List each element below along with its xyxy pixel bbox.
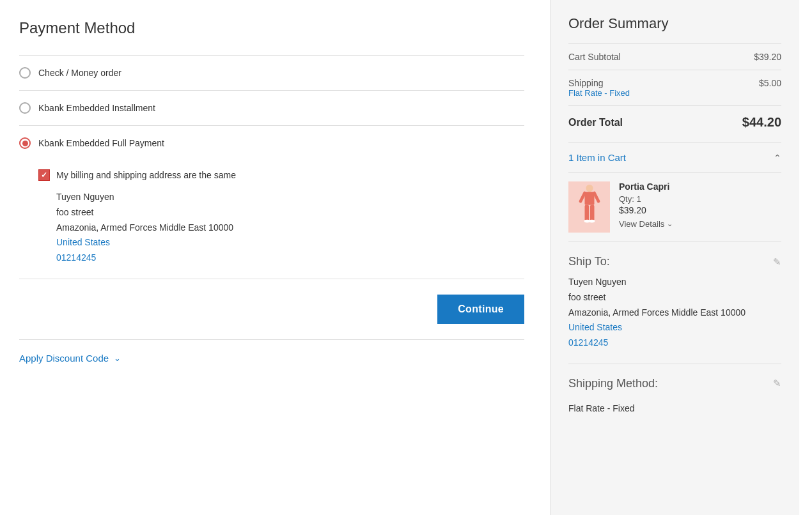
cart-subtotal-label: Cart Subtotal (568, 52, 621, 62)
svg-point-7 (589, 219, 595, 222)
order-total-row: Order Total $44.20 (568, 105, 781, 139)
cart-subtotal-row: Cart Subtotal $39.20 (568, 43, 781, 70)
shipping-sublabel: Flat Rate - Fixed (568, 88, 630, 98)
discount-link[interactable]: Apply Discount Code (19, 353, 109, 364)
shipping-method-title: Shipping Method: (568, 377, 658, 390)
main-content: Payment Method Check / Money order Kbank… (0, 0, 550, 515)
billing-country-link[interactable]: United States (56, 237, 110, 247)
ship-to-city-state: Amazonia, Armed Forces Middle East 10000 (568, 305, 781, 321)
cart-item-price: $39.20 (619, 205, 781, 215)
billing-address-block: Tuyen Nguyen foo street Amazonia, Armed … (56, 190, 524, 266)
discount-chevron-icon: ⌄ (114, 353, 121, 363)
payment-option-kbank-installment[interactable]: Kbank Embedded Installment (19, 91, 524, 126)
cart-item-image (568, 181, 610, 233)
ship-to-street: foo street (568, 290, 781, 305)
billing-street: foo street (56, 205, 524, 220)
shipping-method-section: Shipping Method: ✎ Flat Rate - Fixed (568, 351, 781, 413)
cart-items-count-label: 1 Item in Cart (568, 152, 626, 163)
cart-items-chevron-icon: ⌃ (774, 153, 781, 163)
ship-to-edit-icon[interactable]: ✎ (773, 256, 781, 268)
continue-row: Continue (19, 279, 524, 340)
cart-items-header[interactable]: 1 Item in Cart ⌃ (568, 142, 781, 172)
billing-name: Tuyen Nguyen (56, 190, 524, 205)
radio-kbank-installment (19, 102, 31, 114)
payment-label-kbank-full: Kbank Embedded Full Payment (38, 138, 164, 148)
shipping-value: $5.00 (759, 78, 781, 88)
radio-kbank-full (19, 137, 31, 149)
ship-to-title: Ship To: (568, 255, 610, 268)
payment-label-kbank-installment: Kbank Embedded Installment (38, 103, 155, 113)
cart-subtotal-value: $39.20 (754, 52, 781, 62)
cart-item-name: Portia Capri (619, 181, 781, 192)
view-details-text: View Details (619, 219, 664, 229)
shipping-row: Shipping Flat Rate - Fixed $5.00 (568, 70, 781, 105)
svg-rect-1 (584, 192, 594, 205)
ship-to-phone-link[interactable]: 01214245 (568, 337, 608, 348)
continue-button[interactable]: Continue (437, 295, 524, 324)
shipping-label: Shipping (568, 78, 630, 88)
billing-same-checkbox[interactable] (38, 169, 50, 181)
order-summary-sidebar: Order Summary Cart Subtotal $39.20 Shipp… (550, 0, 799, 515)
svg-rect-4 (584, 204, 589, 220)
svg-rect-5 (589, 204, 594, 220)
cart-item-row: Portia Capri Qty: 1 $39.20 View Details … (568, 172, 781, 242)
cart-item-qty: Qty: 1 (619, 194, 781, 204)
product-image-svg (574, 183, 605, 231)
cart-item-details: Portia Capri Qty: 1 $39.20 View Details … (619, 181, 781, 229)
payment-label-check: Check / Money order (38, 68, 121, 78)
page-title: Payment Method (19, 19, 524, 37)
shipping-method-edit-icon[interactable]: ✎ (773, 378, 781, 389)
svg-line-2 (580, 193, 584, 201)
billing-same-label: My billing and shipping address are the … (56, 170, 236, 180)
discount-row[interactable]: Apply Discount Code ⌄ (19, 340, 524, 376)
ship-to-country-link[interactable]: United States (568, 322, 622, 332)
payment-option-check[interactable]: Check / Money order (19, 55, 524, 91)
order-total-label: Order Total (568, 117, 623, 128)
view-details-link[interactable]: View Details ⌄ (619, 219, 781, 229)
view-details-chevron-icon: ⌄ (667, 220, 673, 228)
shipping-method-value: Flat Rate - Fixed (568, 397, 781, 413)
svg-point-0 (586, 184, 593, 191)
payment-expanded-section: My billing and shipping address are the … (19, 160, 524, 279)
payment-option-kbank-full[interactable]: Kbank Embedded Full Payment (19, 126, 524, 160)
billing-city-state: Amazonia, Armed Forces Middle East 10000 (56, 220, 524, 236)
ship-to-address: Tuyen Nguyen foo street Amazonia, Armed … (568, 275, 781, 351)
billing-phone-link[interactable]: 01214245 (56, 252, 96, 263)
order-total-value: $44.20 (742, 115, 781, 130)
shipping-method-header: Shipping Method: ✎ (568, 364, 781, 397)
ship-to-header: Ship To: ✎ (568, 242, 781, 275)
ship-to-name: Tuyen Nguyen (568, 275, 781, 290)
billing-checkbox-row[interactable]: My billing and shipping address are the … (38, 169, 524, 181)
order-summary-title: Order Summary (568, 15, 781, 32)
svg-line-3 (594, 193, 598, 201)
radio-check (19, 67, 31, 79)
